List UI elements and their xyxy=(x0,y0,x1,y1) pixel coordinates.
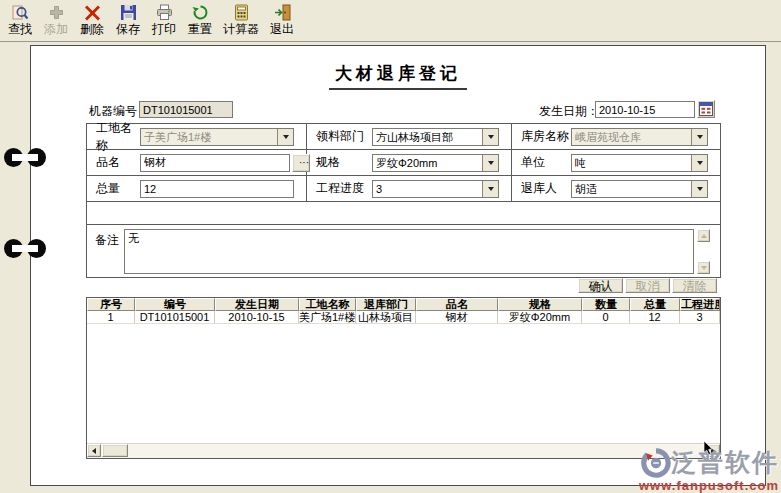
save-button[interactable]: 保存 xyxy=(110,2,146,38)
product-input[interactable] xyxy=(140,154,290,172)
printer-icon xyxy=(156,4,173,21)
unit-combobox[interactable]: 吨 xyxy=(571,154,708,172)
col-header-date[interactable]: 发生日期 xyxy=(215,298,299,311)
progress-label: 工程进度 xyxy=(316,180,372,197)
confirm-button[interactable]: 确认 xyxy=(578,278,623,293)
clear-button: 清除 xyxy=(672,278,717,293)
reset-button[interactable]: 重置 xyxy=(182,2,218,38)
returner-dropdown-button[interactable] xyxy=(691,181,707,197)
delete-x-icon xyxy=(84,4,101,21)
records-table: 序号 编号 发生日期 工地名称 退库部门 品名 规格 数量 总量 工程进度 1 … xyxy=(86,297,721,459)
product-field: 品名 ··· xyxy=(87,150,307,176)
col-header-code[interactable]: 编号 xyxy=(135,298,215,311)
form-page: 大材退库登记 机器编号： 发生日期： 工地名称 子美广场1#楼 领料部门 xyxy=(30,45,766,486)
col-header-seq[interactable]: 序号 xyxy=(87,298,135,311)
watermark-brand: 泛普软件 xyxy=(671,446,779,479)
save-label: 保存 xyxy=(116,22,140,36)
chevron-down-icon xyxy=(488,187,494,191)
form-grid: 工地名称 子美广场1#楼 领料部门 方山林场项目部 库房名称 xyxy=(87,124,720,202)
scrollbar-thumb[interactable] xyxy=(102,444,128,457)
exit-label: 退出 xyxy=(270,22,294,36)
exit-button[interactable]: 退出 xyxy=(264,2,300,38)
table-header-row: 序号 编号 发生日期 工地名称 退库部门 品名 规格 数量 总量 工程进度 xyxy=(87,298,720,311)
machine-no-input[interactable] xyxy=(139,101,233,118)
watermark-url: www.fanpusoft.com xyxy=(639,479,779,493)
cancel-button: 取消 xyxy=(625,278,670,293)
scroll-left-button[interactable] xyxy=(87,444,101,457)
warehouse-dropdown-button[interactable] xyxy=(691,129,707,145)
col-header-total[interactable]: 总量 xyxy=(630,298,680,311)
department-field: 领料部门 方山林场项目部 xyxy=(307,124,512,150)
col-header-product[interactable]: 品名 xyxy=(416,298,498,311)
plus-icon xyxy=(48,4,65,21)
warehouse-combobox[interactable]: 峨眉苑现仓库 xyxy=(571,128,708,146)
department-combobox[interactable]: 方山林场项目部 xyxy=(372,128,499,146)
search-icon xyxy=(12,4,29,21)
add-label: 添加 xyxy=(44,22,68,36)
chevron-down-icon xyxy=(701,266,707,270)
unit-dropdown-button[interactable] xyxy=(691,155,707,171)
calendar-icon xyxy=(699,102,713,116)
action-button-row: 确认 取消 清除 xyxy=(86,278,721,294)
delete-button[interactable]: 删除 xyxy=(74,2,110,38)
site-combobox[interactable]: 子美广场1#楼 xyxy=(140,128,294,146)
chevron-down-icon xyxy=(697,187,703,191)
print-label: 打印 xyxy=(152,22,176,36)
exit-door-icon xyxy=(274,4,291,21)
total-input[interactable] xyxy=(140,180,294,198)
reset-label: 重置 xyxy=(188,22,212,36)
mouse-cursor xyxy=(703,441,714,456)
find-button[interactable]: 查找 xyxy=(2,2,38,38)
remarks-scrollbar xyxy=(697,229,711,274)
calculator-button[interactable]: 计算器 xyxy=(218,2,264,38)
chevron-down-icon xyxy=(697,135,703,139)
department-label: 领料部门 xyxy=(316,128,372,145)
remarks-section: 备注： 无 xyxy=(87,224,720,277)
spec-dropdown-button[interactable] xyxy=(482,155,498,171)
site-label: 工地名称 xyxy=(96,120,140,154)
spec-field: 规格 罗纹Φ20mm xyxy=(307,150,512,176)
progress-combobox[interactable]: 3 xyxy=(372,180,499,198)
site-dropdown-button[interactable] xyxy=(277,129,293,145)
chevron-down-icon xyxy=(488,161,494,165)
col-header-progress[interactable]: 工程进度 xyxy=(680,298,720,311)
calculator-label: 计算器 xyxy=(223,22,259,36)
chevron-left-icon xyxy=(92,448,96,454)
returner-label: 退库人 xyxy=(521,180,571,197)
spec-label: 规格 xyxy=(316,154,372,171)
print-button[interactable]: 打印 xyxy=(146,2,182,38)
horizontal-scrollbar[interactable] xyxy=(87,443,720,458)
returner-combobox[interactable]: 胡适 xyxy=(571,180,708,198)
add-button: 添加 xyxy=(38,2,74,38)
app-window: 查找 添加 删除 保存 打印 重置 计算器 退出 xyxy=(0,0,781,493)
reset-arrow-icon xyxy=(192,4,209,21)
col-header-dept[interactable]: 退库部门 xyxy=(356,298,416,311)
scroll-down-button[interactable] xyxy=(697,261,710,274)
unit-label: 单位 xyxy=(521,154,571,171)
binder-ring-top xyxy=(4,148,46,167)
binder-ring-bottom xyxy=(4,239,46,258)
total-field: 总量 xyxy=(87,176,307,202)
table-row[interactable]: 1 DT101015001 2010-10-15 美广场1#楼 山林场项目 钢材… xyxy=(87,311,720,324)
chevron-up-icon xyxy=(701,234,707,238)
chevron-down-icon xyxy=(697,161,703,165)
remarks-textarea[interactable]: 无 xyxy=(124,229,694,274)
date-picker-button[interactable] xyxy=(697,100,715,118)
floppy-icon xyxy=(120,4,137,21)
date-label: 发生日期： xyxy=(539,103,599,120)
col-header-qty[interactable]: 数量 xyxy=(582,298,630,311)
col-header-spec[interactable]: 规格 xyxy=(498,298,582,311)
chevron-down-icon xyxy=(488,135,494,139)
returner-field: 退库人 胡适 xyxy=(512,176,720,202)
total-label: 总量 xyxy=(96,180,140,197)
unit-field: 单位 吨 xyxy=(512,150,720,176)
toolbar: 查找 添加 删除 保存 打印 重置 计算器 退出 xyxy=(0,0,781,42)
scroll-up-button[interactable] xyxy=(697,229,710,242)
date-input[interactable] xyxy=(595,101,695,118)
progress-dropdown-button[interactable] xyxy=(482,181,498,197)
spec-combobox[interactable]: 罗纹Φ20mm xyxy=(372,154,499,172)
fanpu-logo-icon xyxy=(641,448,671,478)
col-header-site[interactable]: 工地名称 xyxy=(299,298,356,311)
department-dropdown-button[interactable] xyxy=(482,129,498,145)
page-title: 大材退库登记 xyxy=(329,62,467,90)
